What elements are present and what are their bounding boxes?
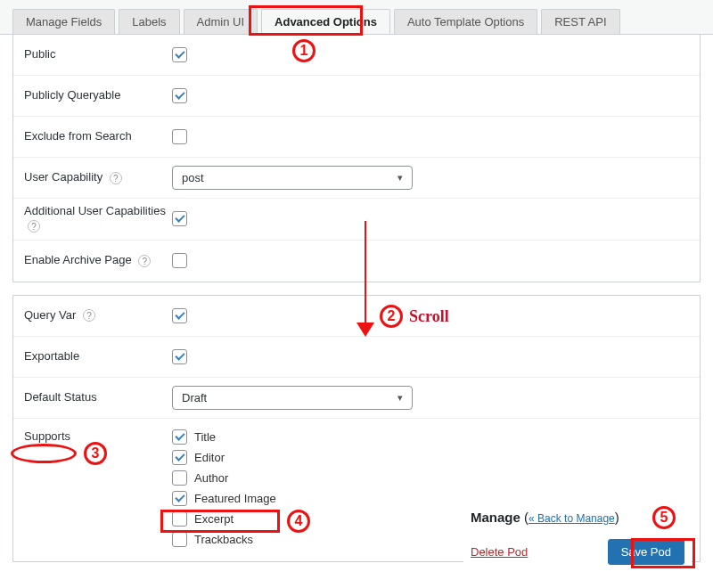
help-icon[interactable]: ?	[28, 220, 40, 233]
label-additional-caps: Additional User Capabilities ?	[13, 204, 167, 234]
checkbox-supports-author[interactable]	[172, 470, 187, 486]
back-to-manage-link[interactable]: « Back to Manage	[529, 512, 615, 525]
checkbox-query-var[interactable]	[172, 308, 187, 323]
help-icon[interactable]: ?	[83, 309, 95, 322]
supports-label-author: Author	[194, 471, 228, 485]
checkbox-supports-editor[interactable]	[172, 450, 187, 465]
checkbox-public[interactable]	[172, 47, 187, 62]
tab-manage-fields[interactable]: Manage Fields	[12, 9, 115, 34]
tab-rest-api[interactable]: REST API	[541, 9, 619, 34]
checkbox-additional-caps[interactable]	[172, 211, 187, 226]
tabs-bar: Manage Fields Labels Admin UI Advanced O…	[0, 0, 713, 35]
delete-pod-link[interactable]: Delete Pod	[471, 545, 528, 559]
supports-label-editor: Editor	[194, 451, 225, 464]
supports-label-excerpt: Excerpt	[194, 512, 234, 526]
supports-label-trackbacks: Trackbacks	[194, 533, 253, 546]
manage-heading: Manage (« Back to Manage)	[467, 506, 688, 534]
label-publicly-queryable: Publicly Queryable	[13, 88, 167, 103]
tab-auto-template[interactable]: Auto Template Options	[394, 9, 537, 34]
label-exportable: Exportable	[13, 349, 167, 364]
checkbox-publicly-queryable[interactable]	[172, 88, 187, 103]
label-public: Public	[13, 47, 167, 62]
checkbox-supports-featured-image[interactable]	[172, 491, 187, 506]
checkbox-supports-trackbacks[interactable]	[172, 532, 187, 547]
label-supports: Supports	[13, 424, 167, 445]
checkbox-supports-excerpt[interactable]	[172, 511, 187, 527]
select-default-status[interactable]: Draft ▾	[172, 386, 413, 410]
checkbox-enable-archive[interactable]	[172, 253, 187, 268]
tab-advanced-options[interactable]: Advanced Options	[261, 9, 390, 34]
chevron-down-icon: ▾	[397, 172, 403, 184]
label-query-var: Query Var ?	[13, 308, 167, 323]
settings-panel-top: Public Publicly Queryable Exclude from S…	[12, 35, 701, 282]
save-pod-button[interactable]: Save Pod	[608, 539, 684, 565]
supports-label-featured-image: Featured Image	[194, 492, 276, 505]
chevron-down-icon: ▾	[397, 392, 403, 404]
manage-box: Manage (« Back to Manage) Delete Pod Sav…	[463, 501, 692, 576]
label-exclude-from-search: Exclude from Search	[13, 129, 167, 144]
supports-label-title: Title	[194, 430, 216, 444]
tab-labels[interactable]: Labels	[119, 9, 179, 34]
checkbox-supports-title[interactable]	[172, 429, 187, 445]
tab-admin-ui[interactable]: Admin UI	[184, 9, 258, 34]
help-icon[interactable]: ?	[138, 255, 151, 267]
help-icon[interactable]: ?	[110, 172, 122, 184]
checkbox-exclude-from-search[interactable]	[172, 129, 187, 144]
checkbox-exportable[interactable]	[172, 349, 187, 364]
label-user-capability: User Capability ?	[13, 170, 167, 185]
label-default-status: Default Status	[13, 390, 167, 405]
label-enable-archive: Enable Archive Page ?	[13, 253, 167, 268]
select-user-capability[interactable]: post ▾	[172, 166, 413, 190]
